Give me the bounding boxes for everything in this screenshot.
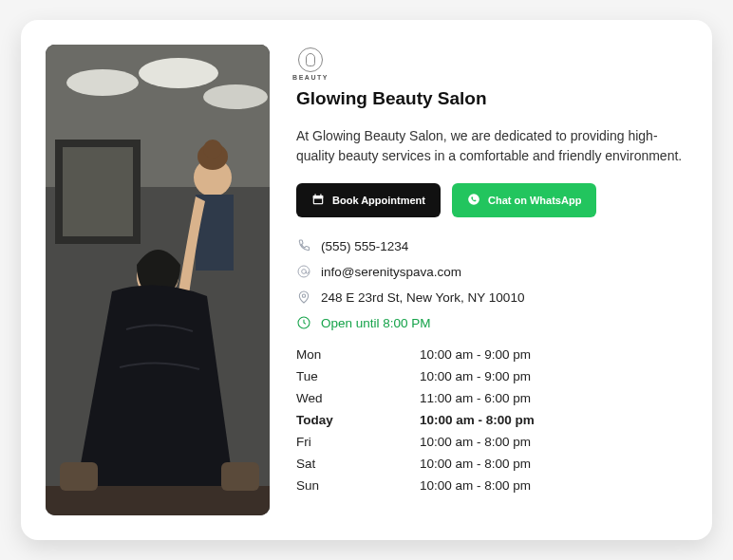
svg-rect-6: [63, 147, 133, 236]
hours-day: Wed: [296, 391, 420, 405]
email-icon: [296, 264, 311, 279]
hours-day: Fri: [296, 435, 420, 449]
hours-day: Sun: [296, 478, 420, 493]
svg-rect-13: [60, 462, 98, 491]
open-status-text: Open until 8:00 PM: [321, 316, 431, 330]
business-card: BEAUTY Glowing Beauty Salon At Glowing B…: [21, 20, 712, 540]
svg-rect-16: [313, 196, 324, 198]
hours-day: Today: [296, 413, 420, 427]
email-text: info@serenityspava.com: [321, 265, 461, 279]
hours-table: Mon10:00 am - 9:00 pmTue10:00 am - 9:00 …: [296, 347, 687, 493]
hours-day: Sat: [296, 457, 420, 471]
hours-time: 10:00 am - 8:00 pm: [420, 478, 687, 493]
calendar-icon: [311, 193, 325, 208]
location-icon: [296, 289, 311, 305]
svg-point-4: [203, 84, 268, 109]
svg-point-9: [203, 140, 222, 159]
svg-point-2: [66, 69, 139, 96]
action-buttons: Book Appointment Chat on WhatsApp: [296, 183, 687, 217]
clock-icon: [296, 315, 311, 330]
whatsapp-button-label: Chat on WhatsApp: [488, 195, 581, 206]
address-row[interactable]: 248 E 23rd St, New York, NY 10010: [296, 289, 687, 305]
svg-point-22: [302, 270, 307, 274]
salon-photo: [46, 45, 270, 515]
svg-rect-18: [320, 194, 321, 196]
svg-rect-17: [315, 194, 316, 196]
content-column: BEAUTY Glowing Beauty Salon At Glowing B…: [296, 45, 687, 515]
business-title: Glowing Beauty Salon: [296, 88, 687, 109]
svg-point-3: [139, 58, 218, 88]
svg-rect-14: [221, 462, 259, 491]
svg-point-20: [468, 194, 479, 205]
svg-point-23: [302, 294, 305, 297]
hours-time: 10:00 am - 9:00 pm: [420, 369, 687, 383]
hours-day: Mon: [296, 347, 420, 362]
email-row[interactable]: info@serenityspava.com: [296, 264, 687, 279]
hours-time: 10:00 am - 9:00 pm: [420, 347, 687, 362]
logo-text: BEAUTY: [292, 74, 329, 81]
business-logo: BEAUTY: [296, 45, 325, 83]
phone-row[interactable]: (555) 555-1234: [296, 238, 687, 253]
hours-time: 11:00 am - 6:00 pm: [420, 391, 687, 405]
address-text: 248 E 23rd St, New York, NY 10010: [321, 290, 524, 305]
phone-icon: [296, 238, 311, 253]
svg-point-21: [298, 266, 310, 277]
hours-time: 10:00 am - 8:00 pm: [420, 413, 687, 427]
contact-list: (555) 555-1234 info@serenityspava.com 24…: [296, 238, 687, 330]
whatsapp-icon: [467, 193, 480, 208]
hours-time: 10:00 am - 8:00 pm: [420, 435, 687, 449]
hours-time: 10:00 am - 8:00 pm: [420, 457, 687, 471]
hours-day: Tue: [296, 369, 420, 383]
open-status-row: Open until 8:00 PM: [296, 315, 687, 330]
phone-text: (555) 555-1234: [321, 239, 408, 253]
svg-rect-19: [314, 198, 322, 203]
book-button-label: Book Appointment: [332, 195, 425, 206]
whatsapp-button[interactable]: Chat on WhatsApp: [452, 183, 596, 217]
business-description: At Glowing Beauty Salon, we are dedicate…: [296, 126, 686, 166]
book-appointment-button[interactable]: Book Appointment: [296, 183, 441, 217]
